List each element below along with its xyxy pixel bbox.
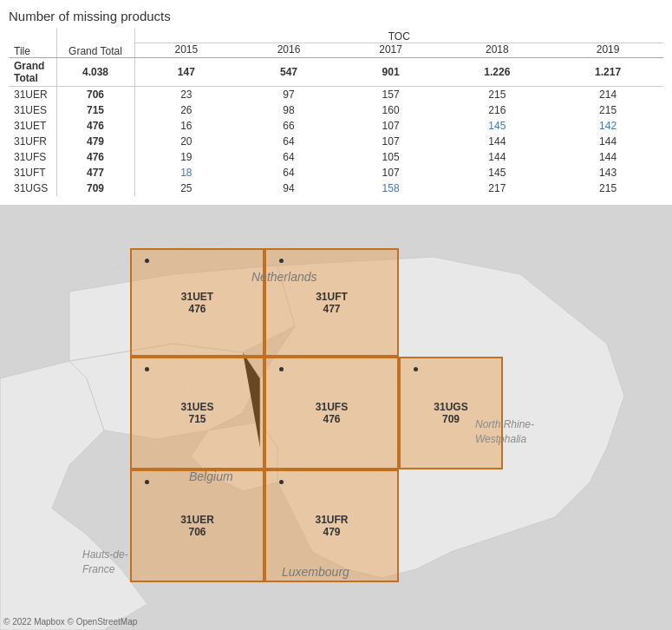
cell-y2018: 216 [441,102,552,118]
cell-grand_total: 476 [56,118,134,134]
cell-y2015: 25 [134,180,238,196]
cell-y2019: 144 [552,149,663,165]
col-year-2015: 2015 [134,43,238,58]
cell-y2019: 143 [552,165,663,180]
cell-y2019: 144 [552,134,663,149]
cell-tile: 31UES [9,102,56,118]
cell-y2015: 23 [134,87,238,103]
cell-y2017: 160 [340,102,442,118]
map-label-belgium: Belgium [189,469,233,483]
table-row: 31UGS7092594158217215 [9,180,663,196]
cell-grand_total: 715 [56,102,134,118]
cell-y2017: 901 [340,58,442,87]
tile-dot [279,367,284,371]
cell-y2019: 215 [552,102,663,118]
cell-y2015: 16 [134,118,238,134]
map-tile: 31UES715 [130,357,264,469]
cell-y2017: 107 [340,165,442,180]
tile-dot [145,367,149,371]
cell-y2018: 144 [441,134,552,149]
cell-y2015: 18 [134,165,238,180]
cell-y2018: 1.226 [441,58,552,87]
table-row: Grand Total4.0381475479011.2261.217 [9,58,663,87]
cell-y2017: 157 [340,87,442,103]
cell-y2017: 107 [340,134,442,149]
tile-value-label: 477 [323,303,340,315]
tile-dot [414,367,418,371]
table-container: Tile Grand Total TOC 2015 2016 2017 2018… [0,29,672,205]
tile-name-label: 31UFR [315,514,348,526]
cell-y2019: 215 [552,180,663,196]
tile-dot [145,480,149,484]
tile-value-label: 715 [188,413,206,425]
col-grand-total-header: Grand Total [56,29,134,58]
cell-y2016: 64 [238,165,340,180]
tile-name-label: 31UFT [316,291,348,303]
table-row: 31UFS4761964105144144 [9,149,663,165]
cell-tile: 31UFT [9,165,56,180]
cell-grand_total: 479 [56,134,134,149]
page-title: Number of missing products [0,0,672,29]
tile-value-label: 476 [323,413,340,425]
tile-value-label: 706 [188,526,206,538]
cell-y2018: 145 [441,165,552,180]
map-credit: © 2022 Mapbox © OpenStreetMap [3,617,137,627]
cell-y2015: 147 [134,58,238,87]
map-tile: 31UGS709 [399,357,503,469]
tile-value-label: 476 [188,303,206,315]
tile-dot [145,259,149,263]
cell-y2017: 158 [340,180,442,196]
cell-grand_total: 476 [56,149,134,165]
map-tile: 31UET476 [130,248,264,357]
tile-dot [279,480,284,484]
cell-y2019: 214 [552,87,663,103]
cell-y2016: 97 [238,87,340,103]
cell-y2019: 142 [552,118,663,134]
cell-grand_total: 4.038 [56,58,134,87]
cell-y2019: 1.217 [552,58,663,87]
cell-y2016: 94 [238,180,340,196]
map-label-north-rhine: North Rhine-Westphalia [475,417,534,447]
col-toc-header: TOC [134,29,663,43]
map-tile [399,469,503,582]
map-tiles-grid: 31UET47631UFT47731UES71531UFS47631UGS709… [130,248,503,582]
cell-y2018: 145 [441,118,552,134]
cell-y2017: 107 [340,118,442,134]
map-tile: 31UFS476 [264,357,399,469]
cell-y2015: 20 [134,134,238,149]
cell-y2015: 26 [134,102,238,118]
cell-y2017: 105 [340,149,442,165]
table-row: 31UFR4792064107144144 [9,134,663,149]
map-container: 31UET47631UFT47731UES71531UFS47631UGS709… [0,205,672,630]
col-tile-header: Tile [9,29,56,58]
tile-value-label: 479 [323,526,340,538]
map-tile: 31UER706 [130,469,264,582]
cell-tile: 31UGS [9,180,56,196]
cell-tile: 31UFR [9,134,56,149]
data-table: Tile Grand Total TOC 2015 2016 2017 2018… [9,29,663,196]
tile-name-label: 31UET [181,291,213,303]
cell-y2016: 66 [238,118,340,134]
tile-name-label: 31UGS [434,401,467,413]
cell-y2018: 217 [441,180,552,196]
cell-y2018: 144 [441,149,552,165]
cell-y2015: 19 [134,149,238,165]
tile-name-label: 31UES [180,401,213,413]
map-tile [399,248,503,357]
cell-y2018: 215 [441,87,552,103]
col-year-2017: 2017 [340,43,442,58]
cell-tile: 31UET [9,118,56,134]
cell-tile: 31UFS [9,149,56,165]
map-label-netherlands: Netherlands [251,270,317,284]
table-row: 31UER7062397157215214 [9,87,663,103]
cell-grand_total: 709 [56,180,134,196]
tile-name-label: 31UER [180,514,214,526]
map-tile: 31UFT477 [264,248,399,357]
cell-y2016: 64 [238,149,340,165]
cell-tile: 31UER [9,87,56,103]
cell-y2016: 98 [238,102,340,118]
tile-value-label: 709 [442,413,460,425]
table-row: 31UFT4771864107145143 [9,165,663,180]
col-year-2019: 2019 [552,43,663,58]
cell-tile: Grand Total [9,58,56,87]
